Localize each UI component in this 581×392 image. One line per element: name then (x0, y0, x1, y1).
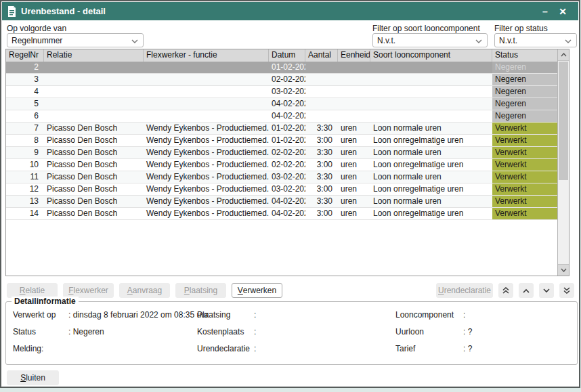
next-row-button[interactable] (539, 283, 554, 298)
cell-regelnr: 3 (6, 74, 44, 85)
detail-urendeclaratie-value: : (254, 344, 256, 353)
first-row-button[interactable] (498, 283, 513, 298)
urendeclaratie-button[interactable]: Urendeclaratie (436, 283, 493, 298)
detail-kostenplaats-value: : (254, 327, 256, 336)
detail-status-value: : Negeren (68, 327, 104, 336)
cell-flexwerker (144, 110, 269, 122)
cell-relatie: Picasso Den Bosch (44, 135, 144, 146)
last-row-button[interactable] (559, 283, 574, 298)
column-header-eenheid[interactable]: Eenheid (338, 49, 370, 62)
aanvraag-button[interactable]: Aanvraag (119, 283, 170, 298)
cell-aantal: 3:30 (305, 123, 338, 134)
table-row[interactable]: 13Picasso Den BoschWendy Eykenbos - Prod… (6, 196, 569, 208)
scrollbar-thumb[interactable] (559, 62, 568, 180)
table-row[interactable]: 8Picasso Den BoschWendy Eykenbos - Produ… (6, 135, 569, 147)
column-header-aantal[interactable]: Aantal (305, 49, 338, 62)
cell-datum: 02-02-2022 (269, 74, 305, 85)
filter-status-label: Filter op status (494, 24, 548, 33)
sort-dropdown-value: Regelnummer (12, 36, 62, 45)
column-header-looncomponent[interactable]: Soort looncomponent (370, 49, 492, 62)
detail-uurloon-value: : ? (463, 327, 472, 336)
column-header-flexwerker[interactable]: Flexwerker - functie (144, 49, 269, 62)
cell-aantal (305, 110, 338, 122)
cell-relatie (44, 98, 144, 110)
table-row[interactable]: 9Picasso Den BoschWendy Eykenbos - Produ… (6, 147, 569, 159)
cell-flexwerker: Wendy Eykenbos - Productiemed... (144, 135, 269, 146)
cell-looncomponent (370, 86, 492, 97)
cell-aantal: 3:30 (305, 147, 338, 158)
cell-status: Negeren (492, 110, 557, 122)
cell-eenheid: uren (338, 208, 370, 219)
sort-dropdown[interactable]: Regelnummer (7, 33, 144, 47)
cell-eenheid: uren (338, 135, 370, 146)
detail-plaatsing-label: Plaatsing (197, 310, 254, 320)
cell-looncomponent (370, 98, 492, 110)
cell-looncomponent: Loon onregelmatige uren (370, 135, 492, 146)
title-bar: Urenbestand - detail – ✕ (2, 2, 578, 20)
flexwerker-button[interactable]: Flexwerker (63, 283, 114, 298)
cell-relatie: Picasso Den Bosch (44, 147, 144, 158)
table-row[interactable]: 12Picasso Den BoschWendy Eykenbos - Prod… (6, 183, 569, 196)
column-header-datum[interactable]: Datum (269, 49, 305, 62)
minimize-button[interactable]: – (536, 4, 554, 19)
table-row[interactable]: 10Picasso Den BoschWendy Eykenbos - Prod… (6, 159, 569, 171)
cell-datum: 03-02-2022 (269, 86, 305, 97)
table-row[interactable]: 11Picasso Den BoschWendy Eykenbos - Prod… (6, 171, 569, 183)
relatie-button[interactable]: Relatie (7, 283, 58, 298)
table-row[interactable]: 302-02-2022Negeren (6, 74, 569, 86)
chevron-down-icon (475, 39, 482, 43)
filter-status-value: N.v.t. (499, 36, 517, 45)
table-row[interactable]: 7Picasso Den BoschWendy Eykenbos - Produ… (6, 123, 569, 135)
document-icon (7, 6, 16, 17)
cell-relatie (44, 86, 144, 97)
cell-flexwerker (144, 62, 269, 73)
table-header: RegelNr Relatie Flexwerker - functie Dat… (6, 49, 569, 62)
detail-tarief-label: Tarief (395, 344, 463, 353)
column-header-regelnr[interactable]: RegelNr (6, 49, 44, 62)
cell-status: Negeren (492, 98, 557, 110)
detail-urendeclaratie: Urendeclaratie: (197, 344, 256, 353)
table-row[interactable]: 604-02-2022Negeren (6, 110, 569, 123)
cell-eenheid (338, 74, 370, 85)
cell-flexwerker (144, 74, 269, 85)
double-chevron-down-icon (563, 287, 570, 294)
close-button[interactable]: ✕ (554, 4, 572, 19)
sluiten-button[interactable]: Sluiten (7, 370, 59, 385)
cell-regelnr: 10 (6, 159, 44, 171)
window-title: Urenbestand - detail (21, 6, 106, 16)
column-header-status[interactable]: Status (492, 49, 557, 62)
table-row[interactable]: 14Picasso Den BoschWendy Eykenbos - Prod… (6, 208, 569, 220)
double-chevron-up-icon (502, 287, 509, 294)
cell-datum: 01-02-2022 (269, 62, 305, 73)
cell-aantal: 3:00 (305, 208, 338, 219)
scroll-up-button[interactable] (558, 49, 569, 61)
detail-tarief: Tarief: ? (395, 344, 472, 353)
cell-aantal (305, 86, 338, 97)
cell-eenheid (338, 98, 370, 110)
table-row[interactable]: 201-02-2022Negeren (6, 62, 569, 74)
cell-aantal: 3:30 (305, 171, 338, 183)
detail-group-label: Detailinformatie (12, 297, 79, 306)
hours-table: RegelNr Relatie Flexwerker - functie Dat… (5, 49, 569, 276)
detail-verwerkt-op-value: : dinsdag 8 februari 2022 om 08:35 uur (68, 310, 209, 320)
column-header-relatie[interactable]: Relatie (44, 49, 144, 62)
previous-row-button[interactable] (519, 283, 534, 298)
cell-aantal (305, 74, 338, 85)
detail-melding-label: Melding: (13, 344, 68, 353)
cell-regelnr: 6 (6, 110, 44, 122)
table-row[interactable]: 504-02-2022Negeren (6, 98, 569, 110)
cell-flexwerker: Wendy Eykenbos - Productiemed... (144, 159, 269, 171)
filter-looncomponent-dropdown[interactable]: N.v.t. (372, 33, 488, 47)
vertical-scrollbar[interactable] (557, 49, 569, 276)
cell-relatie: Picasso Den Bosch (44, 171, 144, 183)
cell-aantal: 3:00 (305, 159, 338, 171)
cell-aantal: 3:00 (305, 135, 338, 146)
cell-eenheid: uren (338, 171, 370, 183)
cell-status: Verwerkt (492, 123, 557, 134)
detail-plaatsing-value: : (254, 310, 256, 320)
table-row[interactable]: 403-02-2022Negeren (6, 86, 569, 98)
filter-status-dropdown[interactable]: N.v.t. (494, 33, 577, 47)
plaatsing-button[interactable]: Plaatsing (175, 283, 226, 298)
scroll-down-button[interactable] (558, 264, 569, 276)
verwerken-button[interactable]: Verwerken (232, 283, 282, 298)
